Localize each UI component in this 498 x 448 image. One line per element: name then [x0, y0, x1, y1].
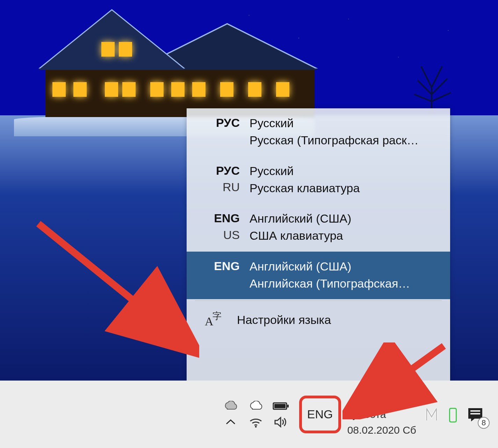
language-name: Русский — [250, 162, 443, 180]
language-settings-label: Настройки языка — [237, 313, 331, 327]
svg-rect-10 — [470, 413, 480, 414]
battery-vertical-icon — [448, 405, 458, 424]
language-code: ENG — [214, 258, 240, 275]
language-code: РУС — [216, 162, 240, 179]
language-settings-icon: A 字 — [202, 310, 224, 330]
taskbar-time: 8:08 — [371, 391, 392, 406]
ime-indicator[interactable] — [420, 405, 463, 424]
wifi-icon[interactable] — [243, 416, 268, 428]
svg-rect-3 — [287, 405, 289, 407]
layout-name: Русская (Типографская раск… — [250, 132, 443, 149]
svg-rect-4 — [274, 404, 286, 408]
language-subcode: RU — [223, 179, 240, 196]
svg-rect-9 — [470, 410, 480, 412]
language-code: РУС — [216, 115, 240, 131]
language-item-rus-typographic[interactable]: РУС Русский Русская (Типографская раск… — [187, 108, 450, 156]
language-item-eng-typographic[interactable]: ENG Английский (США) Английская (Типогра… — [187, 252, 450, 299]
svg-rect-7 — [450, 409, 456, 421]
chevron-up-icon[interactable] — [218, 416, 243, 428]
language-settings-item[interactable]: A 字 Настройки языка — [187, 301, 450, 339]
speaker-icon[interactable] — [268, 416, 294, 428]
layout-name: Русская клавиатура — [250, 180, 443, 197]
layout-name: Английская (Типографская… — [250, 275, 443, 292]
layout-name: США клавиатура — [250, 227, 443, 244]
language-switcher-flyout: РУС Русский Русская (Типографская раск… … — [187, 108, 450, 381]
language-indicator[interactable]: ENG — [299, 396, 341, 433]
language-subcode: US — [223, 227, 240, 244]
taskbar: ENG 8:08 суббота 08.02.2020 Сб — [0, 381, 498, 448]
clock-date-area[interactable]: 8:08 суббота 08.02.2020 Сб — [344, 391, 420, 438]
notification-badge: 8 — [478, 417, 490, 429]
language-name: Английский (США) — [250, 210, 443, 227]
onedrive-icon[interactable] — [243, 401, 268, 411]
taskbar-dayname: суббота — [347, 406, 386, 422]
language-name: Русский — [250, 115, 443, 132]
action-center-button[interactable]: 8 — [463, 402, 488, 427]
svg-point-5 — [255, 426, 257, 427]
language-item-eng-us[interactable]: ENG US Английский (США) США клавиатура — [187, 204, 450, 252]
wallpaper-house — [14, 10, 315, 122]
language-name: Английский (США) — [250, 258, 443, 275]
svg-text:字: 字 — [212, 311, 222, 321]
language-item-rus-ru[interactable]: РУС RU Русский Русская клавиатура — [187, 156, 450, 204]
language-indicator-label: ENG — [307, 407, 333, 421]
language-code: ENG — [214, 210, 240, 227]
wallpaper-tree — [407, 45, 456, 115]
taskbar-date: 08.02.2020 Сб — [347, 422, 416, 438]
im-icon — [425, 405, 445, 424]
battery-icon[interactable] — [268, 401, 294, 411]
onedrive-gray-icon[interactable] — [218, 401, 243, 411]
